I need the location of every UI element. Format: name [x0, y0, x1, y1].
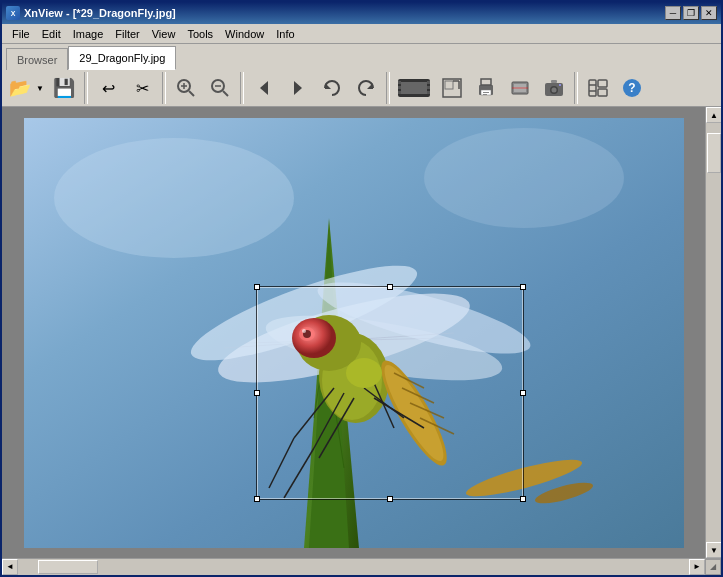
tabbar: Browser 29_DragonFly.jpg [2, 44, 721, 70]
resize-button[interactable] [436, 72, 468, 104]
svg-rect-39 [598, 80, 607, 87]
image-svg [24, 118, 684, 548]
svg-point-62 [302, 329, 306, 333]
menu-view[interactable]: View [146, 26, 182, 42]
cut-button[interactable]: ✂ [126, 72, 158, 104]
svg-marker-9 [325, 83, 331, 89]
tab-browser[interactable]: Browser [6, 48, 68, 70]
camera-button[interactable] [538, 72, 570, 104]
menu-filter[interactable]: Filter [109, 26, 145, 42]
zoom-in-button[interactable] [170, 72, 202, 104]
scroll-thumb-v[interactable] [707, 133, 721, 173]
menubar: File Edit Image Filter View Tools Window… [2, 24, 721, 44]
scroll-track-h[interactable] [18, 559, 689, 575]
filmstrip-button[interactable] [394, 72, 434, 104]
zoom-out-button[interactable] [204, 72, 236, 104]
svg-rect-24 [481, 79, 491, 85]
separator-2 [162, 72, 166, 104]
menu-image[interactable]: Image [67, 26, 110, 42]
menu-info[interactable]: Info [270, 26, 300, 42]
rotate-right-button[interactable] [350, 72, 382, 104]
help-button[interactable]: ? [616, 72, 648, 104]
vertical-scrollbar[interactable]: ▲ ▼ [705, 107, 721, 558]
canvas-area [2, 107, 705, 558]
svg-rect-15 [398, 91, 401, 94]
svg-rect-20 [445, 81, 453, 89]
svg-marker-8 [294, 81, 302, 95]
svg-point-33 [552, 88, 557, 93]
svg-rect-34 [551, 80, 557, 83]
close-button[interactable]: ✕ [701, 6, 717, 20]
svg-rect-17 [427, 86, 430, 89]
scroll-right-button[interactable]: ► [689, 559, 705, 575]
titlebar-left: X XnView - [*29_DragonFly.jpg] [6, 6, 176, 20]
svg-rect-16 [427, 81, 430, 84]
separator-5 [574, 72, 578, 104]
next-button[interactable] [282, 72, 314, 104]
scroll-track-v[interactable] [706, 123, 721, 542]
toolbar: 📂 ▼ 💾 ↩ ✂ [2, 70, 721, 106]
app-icon: X [6, 6, 20, 20]
menu-file[interactable]: File [6, 26, 36, 42]
titlebar: X XnView - [*29_DragonFly.jpg] ─ ❐ ✕ [2, 2, 721, 24]
svg-rect-40 [598, 89, 607, 96]
svg-rect-12 [401, 82, 427, 94]
canvas-scroll-area: ▲ ▼ [2, 107, 721, 558]
menu-window[interactable]: Window [219, 26, 270, 42]
svg-rect-18 [427, 91, 430, 94]
scroll-thumb-h[interactable] [38, 560, 98, 574]
svg-rect-27 [483, 94, 487, 95]
svg-text:?: ? [628, 81, 635, 95]
svg-point-45 [424, 128, 624, 228]
separator-1 [84, 72, 88, 104]
save-button[interactable]: 💾 [48, 72, 80, 104]
rotate-left-button[interactable] [316, 72, 348, 104]
scroll-left-button[interactable]: ◄ [2, 559, 18, 575]
content-area: ▲ ▼ ◄ ► ◢ [2, 107, 721, 574]
undo-button[interactable]: ↩ [92, 72, 124, 104]
svg-point-35 [559, 84, 561, 86]
menu-edit[interactable]: Edit [36, 26, 67, 42]
svg-rect-14 [398, 86, 401, 89]
minimize-button[interactable]: ─ [665, 6, 681, 20]
menu-tools[interactable]: Tools [181, 26, 219, 42]
svg-marker-7 [260, 81, 268, 95]
separator-4 [386, 72, 390, 104]
window-title: XnView - [*29_DragonFly.jpg] [24, 7, 176, 19]
open-button[interactable]: 📂 [6, 72, 34, 104]
svg-point-59 [292, 318, 336, 358]
tab-active-image[interactable]: 29_DragonFly.jpg [68, 46, 176, 70]
svg-line-5 [223, 91, 228, 96]
svg-rect-36 [589, 80, 596, 96]
scroll-down-button[interactable]: ▼ [706, 542, 721, 558]
horizontal-scrollbar[interactable]: ◄ ► ◢ [2, 558, 721, 574]
prev-button[interactable] [248, 72, 280, 104]
image-display [24, 118, 684, 548]
svg-point-44 [54, 138, 294, 258]
titlebar-buttons: ─ ❐ ✕ [665, 6, 717, 20]
open-group: 📂 ▼ [6, 72, 46, 104]
svg-rect-26 [483, 92, 489, 93]
separator-3 [240, 72, 244, 104]
restore-button[interactable]: ❐ [683, 6, 699, 20]
scroll-up-button[interactable]: ▲ [706, 107, 721, 123]
scan-button[interactable] [504, 72, 536, 104]
svg-rect-13 [398, 81, 401, 84]
open-dropdown[interactable]: ▼ [34, 72, 46, 104]
svg-marker-10 [367, 83, 373, 89]
resize-grip: ◢ [705, 559, 721, 575]
settings-button[interactable] [582, 72, 614, 104]
print-button[interactable] [470, 72, 502, 104]
svg-point-79 [346, 358, 382, 388]
svg-line-1 [189, 91, 194, 96]
toolbar-container: Browser 29_DragonFly.jpg 📂 ▼ 💾 ↩ [2, 44, 721, 107]
